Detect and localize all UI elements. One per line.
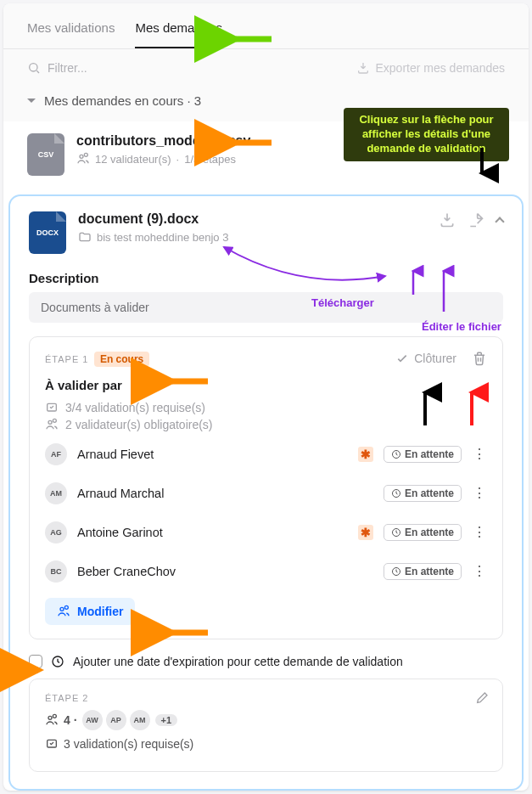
step-1-card: ÉTAPE 1 En cours Clôturer À valider par …	[29, 336, 503, 639]
validator-row: BCBeber CraneChovEn attente⋮	[45, 552, 487, 591]
annotation-edit-label: Éditer le fichier	[422, 320, 501, 333]
status-waiting-badge: En attente	[384, 524, 462, 541]
validator-row: AMArnaud MarchalEn attente⋮	[45, 474, 487, 513]
validator-name: Arnaud Fievet	[77, 448, 348, 461]
status-waiting-badge: En attente	[384, 563, 462, 580]
download-file-icon[interactable]	[439, 211, 456, 228]
search-icon	[27, 61, 41, 75]
step-tag: ÉTAPE 1	[45, 354, 88, 364]
tab-validations[interactable]: Mes validations	[27, 14, 115, 48]
validator-name: Arnaud Marchal	[77, 487, 373, 500]
users-edit-icon	[57, 605, 70, 618]
file-icon-docx: DOCX	[29, 211, 66, 254]
download-icon	[356, 61, 370, 75]
collapse-icon[interactable]	[495, 217, 504, 226]
kebab-menu-icon[interactable]: ⋮	[472, 489, 487, 498]
more-validators[interactable]: +1	[155, 714, 178, 726]
export-button[interactable]: Exporter mes demandes	[356, 61, 505, 75]
file-icon-csv: CSV	[27, 133, 64, 176]
validations-required: 3/4 validation(s) requise(s)	[45, 401, 487, 414]
tab-demandes[interactable]: Mes demandes	[135, 14, 222, 48]
validator-row: AFArnaud Fievet✱En attente⋮	[45, 435, 487, 474]
avatar: AM	[45, 482, 67, 504]
avatar: AW	[82, 710, 103, 730]
svg-point-0	[30, 64, 37, 71]
validators-count: 12 validateur(s)	[95, 153, 171, 166]
status-chip: En cours	[94, 352, 149, 367]
validator-count: 4 ·	[64, 713, 77, 727]
caret-down-icon	[27, 99, 36, 103]
export-label: Exporter mes demandes	[375, 61, 505, 75]
close-step-button[interactable]: Clôturer	[395, 352, 456, 365]
validator-row: AGAntoine Garinot✱En attente⋮	[45, 513, 487, 552]
filter-placeholder: Filtrer...	[48, 61, 87, 75]
svg-point-10	[60, 607, 64, 611]
modify-validators-button[interactable]: Modifier	[45, 598, 135, 625]
mandatory-icon: ✱	[358, 447, 373, 462]
avatar: AP	[106, 710, 126, 730]
annotation-callout: Cliquez sur la flèche pour afficher les …	[344, 108, 509, 161]
kebab-menu-icon[interactable]: ⋮	[472, 450, 487, 459]
kebab-menu-icon[interactable]: ⋮	[472, 528, 487, 537]
check-icon	[395, 352, 409, 365]
separator: ·	[176, 153, 180, 166]
request-card-docx: DOCX document (9).docx bis test moheddin…	[8, 194, 524, 791]
tabs: Mes validations Mes demandes	[3, 3, 529, 49]
avatar: AF	[45, 443, 67, 465]
validate-by-heading: À valider par	[45, 378, 487, 392]
clock-icon	[51, 655, 64, 668]
section-title: Mes demandes en cours · 3	[44, 93, 201, 108]
avatar: AG	[45, 521, 67, 543]
edit-file-icon[interactable]	[468, 211, 484, 228]
validator-name: Beber CraneChov	[77, 565, 373, 578]
pencil-icon[interactable]	[475, 691, 489, 705]
status-waiting-badge: En attente	[384, 485, 462, 502]
expiry-label: Ajouter une date d'expiration pour cette…	[73, 655, 403, 668]
svg-line-1	[36, 70, 39, 73]
description-heading: Description	[29, 271, 503, 285]
annotation-download-label: Télécharger	[311, 296, 374, 309]
trash-icon[interactable]	[472, 351, 487, 366]
steps-count: 1/3 étapes	[184, 153, 236, 166]
validator-name: Antoine Garinot	[77, 526, 348, 539]
step-2-card[interactable]: ÉTAPE 2 4 · AWAPAM +1 3 validation(s) re…	[29, 679, 503, 772]
avatar: BC	[45, 560, 67, 583]
validators-mandatory: 2 validateur(s) obligatoire(s)	[45, 418, 487, 431]
check-square-icon	[45, 401, 59, 414]
mandatory-icon: ✱	[358, 525, 373, 540]
svg-point-12	[48, 716, 52, 719]
step-tag: ÉTAPE 2	[45, 693, 487, 703]
filter-input[interactable]: Filtrer...	[27, 61, 87, 75]
expiry-checkbox[interactable]	[29, 655, 42, 668]
users-icon	[76, 152, 90, 166]
status-waiting-badge: En attente	[384, 446, 462, 463]
folder-icon	[78, 230, 92, 244]
avatar: AM	[130, 710, 150, 730]
description-text: Documents à valider	[29, 292, 503, 323]
kebab-menu-icon[interactable]: ⋮	[472, 567, 487, 576]
file-path: bis test moheddine benjo 3	[97, 231, 228, 244]
file-name: document (9).docx	[78, 211, 427, 227]
users-icon	[45, 418, 59, 431]
check-square-icon	[45, 737, 59, 751]
users-icon	[45, 713, 59, 727]
validations-required: 3 validation(s) requise(s)	[64, 737, 193, 751]
svg-point-5	[48, 420, 52, 424]
svg-point-2	[80, 155, 83, 158]
